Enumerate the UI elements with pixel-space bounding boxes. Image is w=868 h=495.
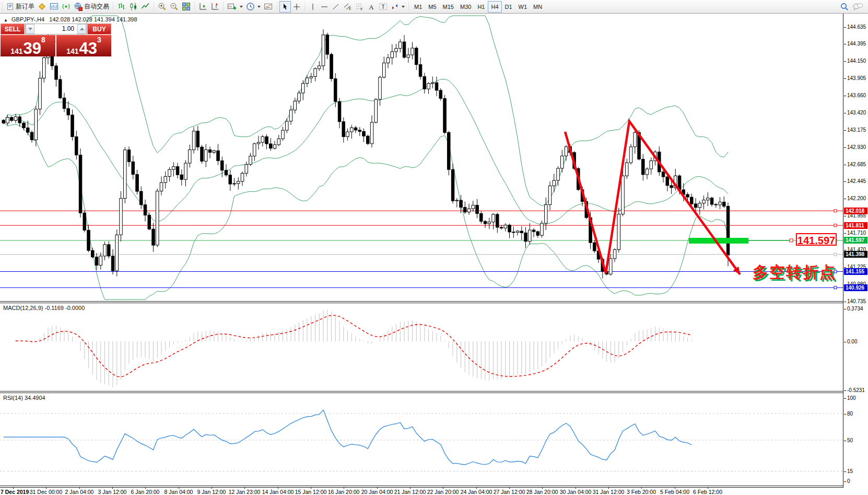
periods-button[interactable] (244, 1, 262, 13)
chat-button[interactable] (851, 1, 865, 13)
time-axis-label: 21 Jan 12:00 (394, 489, 426, 495)
signal-button[interactable] (60, 1, 72, 13)
charts-window-button[interactable] (48, 1, 60, 13)
new-order-icon (6, 3, 14, 10)
timeframe-button-mn[interactable]: MN (530, 1, 545, 13)
price-axis-label: 142.200 (844, 195, 866, 201)
macd-panel-canvas[interactable] (0, 303, 843, 391)
svg-text:F: F (361, 7, 363, 11)
candlestick-chart-button[interactable] (127, 1, 139, 13)
price-axis-label: 144.150 (844, 58, 866, 64)
timeframe-bar: M1M5M15M30H1H4D1W1MN (411, 1, 545, 13)
time-axis-label: 2 Jan 04:00 (65, 489, 94, 495)
time-axis-label: 5 Feb 04:00 (660, 489, 689, 495)
metaeditor-button[interactable] (36, 1, 48, 13)
time-axis-label: 6 Feb 12:00 (693, 489, 722, 495)
zoom-in-button[interactable] (156, 1, 168, 13)
price-level-badge: 141.597 (844, 237, 867, 244)
toolbar-grip[interactable] (152, 2, 156, 11)
tile-windows-button[interactable] (180, 1, 192, 13)
price-axis-label: 143.420 (844, 110, 866, 116)
timeframe-button-m15[interactable]: M15 (440, 1, 457, 13)
volume-increase-button[interactable] (77, 24, 86, 34)
timeframe-button-m1[interactable]: M1 (411, 1, 425, 13)
arrows-icon (391, 3, 399, 11)
buy-button[interactable]: BUY (87, 24, 111, 34)
cursor-button[interactable] (279, 1, 291, 13)
timeframe-button-w1[interactable]: W1 (515, 1, 531, 13)
clock-icon (246, 2, 255, 11)
zoom-out-icon (170, 2, 179, 11)
chart-marker-icon: ▲ (4, 18, 8, 22)
candlestick-chart-icon (129, 2, 138, 11)
trendline-button[interactable] (330, 1, 342, 13)
fibonacci-button[interactable]: F (354, 1, 366, 13)
price-axis-label: 143.175 (844, 127, 866, 133)
toolbar-grip[interactable] (111, 2, 115, 11)
price-axis-label: 144.635 (844, 24, 866, 30)
zoom-in-icon (158, 2, 167, 11)
arrows-button[interactable] (389, 1, 406, 13)
buy-price-display[interactable]: 141 43 3 (56, 35, 111, 56)
macd-axis-label: 0.3734 (844, 306, 863, 312)
macd-label: MACD(12,26,9) -0.1169 -0.0000 (3, 305, 85, 311)
text-button[interactable]: A (366, 1, 377, 13)
indicators-button[interactable] (262, 1, 275, 13)
buy-price-prefix: 141 (66, 48, 78, 55)
macd-axis-label: 0.00 (844, 339, 857, 344)
volume-decrease-button[interactable] (26, 24, 34, 34)
auto-scroll-button[interactable] (197, 1, 209, 13)
volume-input[interactable]: 1.00 (34, 24, 77, 34)
vertical-line-button[interactable] (307, 1, 319, 13)
toolbar-grip[interactable] (221, 2, 225, 11)
new-order-button[interactable]: 新订单 (5, 1, 36, 13)
toolbar-grip[interactable] (407, 2, 410, 11)
bar-chart-button[interactable] (115, 1, 127, 13)
rsi-axis-label: 100 (844, 395, 856, 401)
turning-point-annotation: 多空转折点 (753, 262, 836, 283)
timeframe-button-h1[interactable]: H1 (474, 1, 488, 13)
new-order-label: 新订单 (16, 2, 34, 11)
time-axis-label: 14 Jan 04:00 (262, 489, 294, 495)
text-label-button[interactable]: T (377, 1, 389, 13)
price-axis-label: 142.930 (844, 144, 866, 150)
cursor-icon (281, 3, 289, 11)
sell-button[interactable]: SELL (1, 24, 25, 34)
toolbar-grip[interactable] (303, 2, 307, 11)
main-chart-canvas[interactable] (0, 14, 843, 301)
horizontal-line-button[interactable] (319, 1, 330, 13)
toolbar-grip[interactable] (275, 2, 279, 11)
volume-stepper: 1.00 (25, 24, 87, 34)
price-axis-label: 140.735 (844, 298, 866, 304)
trendline-icon (332, 3, 340, 11)
auto-trading-button[interactable]: 自动交易 (72, 1, 111, 13)
toolbar-grip[interactable] (193, 2, 196, 11)
auto-trading-icon (74, 2, 83, 11)
chart-shift-button[interactable] (209, 1, 221, 13)
price-callout-box[interactable]: 141.597 (796, 233, 837, 246)
timeframe-button-m30[interactable]: M30 (457, 1, 474, 13)
zoom-out-button[interactable] (168, 1, 180, 13)
line-chart-button[interactable] (139, 1, 151, 13)
time-axis-label: 6 Jan 20:00 (131, 489, 160, 495)
toolbar-grip[interactable] (1, 2, 4, 11)
search-button[interactable] (838, 1, 851, 13)
timeframe-button-h4[interactable]: H4 (488, 1, 501, 13)
sell-price-prefix: 141 (10, 48, 22, 55)
time-axis-label: 31 Dec 00:00 (30, 489, 62, 495)
rsi-panel-canvas[interactable] (0, 393, 843, 486)
timeframe-button-d1[interactable]: D1 (502, 1, 515, 13)
equidistant-channel-button[interactable]: E (342, 1, 354, 13)
crosshair-button[interactable] (291, 1, 302, 13)
new-chart-button[interactable] (226, 1, 244, 13)
price-level-badge: 141.155 (844, 268, 867, 275)
time-axis-label: 24 Jan 04:00 (461, 489, 492, 495)
chart-shift-icon (210, 2, 219, 11)
one-click-trading-panel: SELL 1.00 BUY 141 39 8 141 43 3 (1, 24, 111, 56)
rsi-label: RSI(14) 34.4904 (3, 395, 45, 401)
time-axis: 7 Dec 201931 Dec 00:002 Jan 04:003 Jan 1… (0, 488, 868, 495)
timeframe-button-m5[interactable]: M5 (425, 1, 439, 13)
sell-price-display[interactable]: 141 39 8 (1, 35, 55, 56)
auto-scroll-icon (198, 2, 207, 11)
svg-text:A: A (369, 3, 374, 11)
